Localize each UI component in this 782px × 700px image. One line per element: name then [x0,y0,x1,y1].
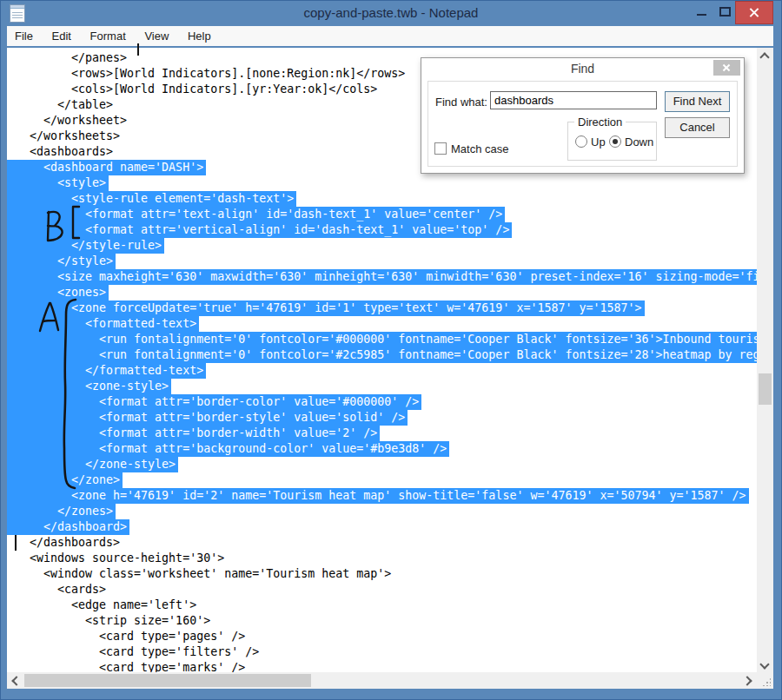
horizontal-scrollbar[interactable] [7,672,757,689]
find-dialog-close-button[interactable] [713,60,740,76]
chevron-right-icon [742,676,752,685]
code-line: </zones> [7,504,757,519]
code-line: <window class='worksheet' name='Tourism … [7,566,757,582]
code-line: </dashboard> [7,519,757,535]
text-caret [15,535,17,551]
code-line: <format attr='border-style' value='solid… [7,410,757,426]
code-line: </zone> [7,472,757,488]
code-line: <style-rule element='dash-text'> [7,191,757,207]
code-line: <zones> [7,285,757,300]
menu-item-help[interactable]: Help [180,26,219,43]
code-line: </dashboards> [7,535,757,551]
title-bar: copy-and-paste.twb - Notepad [0,0,782,26]
code-line: <card type='marks' /> [7,660,757,672]
code-line: <format attr='border-width' value='2' /> [7,426,757,441]
chevron-up-icon [759,52,769,62]
code-line: <card type='filters' /> [7,644,757,660]
code-line: </zone-style> [7,457,757,472]
chevron-down-icon [759,659,769,669]
code-line: <formatted-text> [7,316,757,332]
code-line: <size maxheight='630' maxwidth='630' min… [7,269,757,285]
cancel-button[interactable]: Cancel [665,117,730,138]
scroll-right-button[interactable] [740,672,757,689]
code-line: <run fontalignment='0' fontcolor='#00000… [7,332,757,347]
find-what-input[interactable] [490,91,657,109]
menu-item-view[interactable]: View [136,26,176,43]
menu-item-edit[interactable]: Edit [44,26,79,43]
code-line: <strip size='160'> [7,613,757,629]
resize-grip-icon[interactable] [762,677,771,686]
code-line: <zone h='47619' id='2' name='Tourism hea… [7,488,757,504]
code-line: <edge name='left'> [7,598,757,613]
code-line: <format attr='background-color' value='#… [7,441,757,457]
direction-groupbox: Direction Up Down [567,122,657,161]
direction-down-label: Down [625,135,653,149]
maximize-button[interactable] [714,0,735,23]
vertical-scrollbar[interactable] [757,48,773,672]
stray-pen-mark [137,43,139,56]
direction-up-label: Up [591,135,606,149]
code-line: </style-rule> [7,238,757,254]
menu-item-format[interactable]: Format [83,26,134,43]
menu-item-file[interactable]: File [7,26,41,43]
find-what-label: Find what: [435,96,487,109]
code-line: </formatted-text> [7,363,757,379]
notepad-window: copy-and-paste.twb - Notepad File Edit F… [0,0,782,700]
find-dialog-title: Find [421,62,744,76]
scroll-down-button[interactable] [757,657,773,672]
code-line: <format attr='text-align' id='dash-text_… [7,207,757,222]
radio-selected-icon [609,135,621,148]
direction-down-radio[interactable]: Down [609,135,653,149]
code-line: <zone forceUpdate='true' h='47619' id='1… [7,300,757,316]
window-title: copy-and-paste.twb - Notepad [0,0,782,26]
code-line: </style> [7,254,757,269]
code-line: <card type='pages' /> [7,629,757,644]
code-line: <zone-style> [7,379,757,394]
scrollbar-corner [757,672,773,689]
horizontal-scroll-thumb[interactable] [24,674,311,687]
code-line: <style> [7,175,757,191]
chevron-left-icon [11,676,21,685]
scroll-up-button[interactable] [757,48,773,63]
find-next-button[interactable]: Find Next [665,91,730,112]
direction-label: Direction [574,116,626,129]
close-button[interactable] [735,1,773,24]
menu-bar: File Edit Format View Help [7,26,773,46]
code-line: <format attr='vertical-align' id='dash-t… [7,222,757,238]
code-line: <format attr='border-color' value='#0000… [7,394,757,410]
code-line: <cards> [7,582,757,598]
minimize-button[interactable] [692,0,712,23]
radio-icon [575,135,587,148]
vertical-scroll-thumb[interactable] [759,373,772,405]
code-line: <run fontalignment='0' fontcolor='#2c598… [7,347,757,363]
match-case-label: Match case [451,142,508,155]
direction-up-radio[interactable]: Up [575,135,606,149]
checkbox-icon [434,142,447,155]
code-line: <windows source-height='30'> [7,551,757,566]
find-dialog: Find Find what: Find Next Cancel Directi… [421,57,745,174]
match-case-checkbox[interactable]: Match case [434,142,508,155]
scroll-left-button[interactable] [7,672,23,689]
